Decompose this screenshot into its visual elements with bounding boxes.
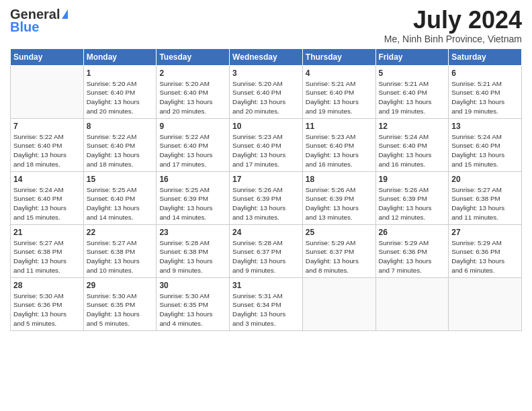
table-row: 3Sunrise: 5:20 AMSunset: 6:40 PMDaylight… [230,65,303,118]
day-info: Sunrise: 5:20 AMSunset: 6:40 PMDaylight:… [159,79,226,116]
day-info: Sunrise: 5:28 AMSunset: 6:38 PMDaylight:… [159,238,226,275]
day-number: 15 [87,174,154,185]
day-number: 7 [13,121,81,132]
calendar-week-row: 28Sunrise: 5:30 AMSunset: 6:36 PMDayligh… [11,277,522,330]
day-info: Sunrise: 5:23 AMSunset: 6:40 PMDaylight:… [306,132,373,169]
table-row: 27Sunrise: 5:29 AMSunset: 6:36 PMDayligh… [449,224,522,277]
day-info: Sunrise: 5:25 AMSunset: 6:40 PMDaylight:… [87,185,154,222]
table-row [449,277,522,330]
day-number: 10 [232,121,300,132]
day-number: 25 [306,227,373,238]
day-number: 4 [306,68,373,79]
table-row: 1Sunrise: 5:20 AMSunset: 6:40 PMDaylight… [83,65,157,118]
day-info: Sunrise: 5:21 AMSunset: 6:40 PMDaylight:… [306,79,373,116]
logo-blue: Blue [10,19,39,35]
table-row: 16Sunrise: 5:25 AMSunset: 6:39 PMDayligh… [157,171,230,224]
day-info: Sunrise: 5:29 AMSunset: 6:37 PMDaylight:… [306,238,373,275]
table-row [375,277,449,330]
day-info: Sunrise: 5:26 AMSunset: 6:39 PMDaylight:… [379,185,446,222]
day-number: 12 [379,121,446,132]
day-number: 26 [379,227,446,238]
col-monday: Monday [83,48,157,65]
day-number: 19 [379,174,446,185]
day-number: 2 [159,68,226,79]
day-info: Sunrise: 5:30 AMSunset: 6:36 PMDaylight:… [13,291,81,328]
col-wednesday: Wednesday [230,48,303,65]
day-info: Sunrise: 5:22 AMSunset: 6:40 PMDaylight:… [13,132,81,169]
col-friday: Friday [375,48,449,65]
calendar-week-row: 1Sunrise: 5:20 AMSunset: 6:40 PMDaylight… [11,65,522,118]
day-info: Sunrise: 5:22 AMSunset: 6:40 PMDaylight:… [87,132,154,169]
calendar-table: Sunday Monday Tuesday Wednesday Thursday… [10,48,522,331]
calendar-week-row: 7Sunrise: 5:22 AMSunset: 6:40 PMDaylight… [11,118,522,171]
day-info: Sunrise: 5:24 AMSunset: 6:40 PMDaylight:… [13,185,81,222]
table-row [11,65,84,118]
day-number: 9 [159,121,226,132]
day-info: Sunrise: 5:27 AMSunset: 6:38 PMDaylight:… [451,185,519,222]
page: General Blue July 2024 Me, Ninh Binh Pro… [0,0,532,411]
table-row: 22Sunrise: 5:27 AMSunset: 6:38 PMDayligh… [83,224,157,277]
header: General Blue July 2024 Me, Ninh Binh Pro… [10,7,522,44]
day-number: 30 [159,280,226,291]
table-row: 13Sunrise: 5:24 AMSunset: 6:40 PMDayligh… [449,118,522,171]
day-number: 28 [13,280,81,291]
day-info: Sunrise: 5:26 AMSunset: 6:39 PMDaylight:… [232,185,300,222]
day-number: 23 [159,227,226,238]
table-row: 14Sunrise: 5:24 AMSunset: 6:40 PMDayligh… [11,171,84,224]
day-number: 31 [232,280,300,291]
day-number: 21 [13,227,81,238]
day-info: Sunrise: 5:22 AMSunset: 6:40 PMDaylight:… [159,132,226,169]
day-number: 18 [306,174,373,185]
table-row: 6Sunrise: 5:21 AMSunset: 6:40 PMDaylight… [449,65,522,118]
table-row: 18Sunrise: 5:26 AMSunset: 6:39 PMDayligh… [302,171,375,224]
day-number: 20 [451,174,519,185]
subtitle: Me, Ninh Binh Province, Vietnam [384,34,522,44]
day-number: 11 [306,121,373,132]
table-row: 4Sunrise: 5:21 AMSunset: 6:40 PMDaylight… [302,65,375,118]
day-number: 13 [451,121,519,132]
day-number: 27 [451,227,519,238]
day-info: Sunrise: 5:31 AMSunset: 6:34 PMDaylight:… [232,291,300,328]
day-info: Sunrise: 5:25 AMSunset: 6:39 PMDaylight:… [159,185,226,222]
col-thursday: Thursday [302,48,375,65]
table-row: 30Sunrise: 5:30 AMSunset: 6:35 PMDayligh… [157,277,230,330]
day-number: 29 [87,280,154,291]
table-row: 9Sunrise: 5:22 AMSunset: 6:40 PMDaylight… [157,118,230,171]
day-number: 14 [13,174,81,185]
day-number: 5 [379,68,446,79]
main-title: July 2024 [384,7,522,34]
table-row: 2Sunrise: 5:20 AMSunset: 6:40 PMDaylight… [157,65,230,118]
day-number: 8 [87,121,154,132]
day-info: Sunrise: 5:27 AMSunset: 6:38 PMDaylight:… [87,238,154,275]
table-row: 12Sunrise: 5:24 AMSunset: 6:40 PMDayligh… [375,118,449,171]
day-info: Sunrise: 5:24 AMSunset: 6:40 PMDaylight:… [451,132,519,169]
day-info: Sunrise: 5:30 AMSunset: 6:35 PMDaylight:… [159,291,226,328]
logo-triangle-icon [62,9,68,19]
table-row: 20Sunrise: 5:27 AMSunset: 6:38 PMDayligh… [449,171,522,224]
logo: General Blue [10,7,68,35]
col-tuesday: Tuesday [157,48,230,65]
day-number: 22 [87,227,154,238]
day-number: 3 [232,68,300,79]
table-row: 5Sunrise: 5:21 AMSunset: 6:40 PMDaylight… [375,65,449,118]
day-info: Sunrise: 5:20 AMSunset: 6:40 PMDaylight:… [87,79,154,116]
table-row: 23Sunrise: 5:28 AMSunset: 6:38 PMDayligh… [157,224,230,277]
day-number: 6 [451,68,519,79]
table-row: 19Sunrise: 5:26 AMSunset: 6:39 PMDayligh… [375,171,449,224]
day-info: Sunrise: 5:30 AMSunset: 6:35 PMDaylight:… [87,291,154,328]
table-row [302,277,375,330]
day-info: Sunrise: 5:21 AMSunset: 6:40 PMDaylight:… [379,79,446,116]
day-info: Sunrise: 5:29 AMSunset: 6:36 PMDaylight:… [451,238,519,275]
col-sunday: Sunday [11,48,84,65]
day-info: Sunrise: 5:21 AMSunset: 6:40 PMDaylight:… [451,79,519,116]
calendar-header-row: Sunday Monday Tuesday Wednesday Thursday… [11,48,522,65]
table-row: 11Sunrise: 5:23 AMSunset: 6:40 PMDayligh… [302,118,375,171]
table-row: 15Sunrise: 5:25 AMSunset: 6:40 PMDayligh… [83,171,157,224]
day-number: 16 [159,174,226,185]
day-info: Sunrise: 5:26 AMSunset: 6:39 PMDaylight:… [306,185,373,222]
table-row: 17Sunrise: 5:26 AMSunset: 6:39 PMDayligh… [230,171,303,224]
table-row: 21Sunrise: 5:27 AMSunset: 6:38 PMDayligh… [11,224,84,277]
day-info: Sunrise: 5:20 AMSunset: 6:40 PMDaylight:… [232,79,300,116]
day-number: 24 [232,227,300,238]
table-row: 25Sunrise: 5:29 AMSunset: 6:37 PMDayligh… [302,224,375,277]
